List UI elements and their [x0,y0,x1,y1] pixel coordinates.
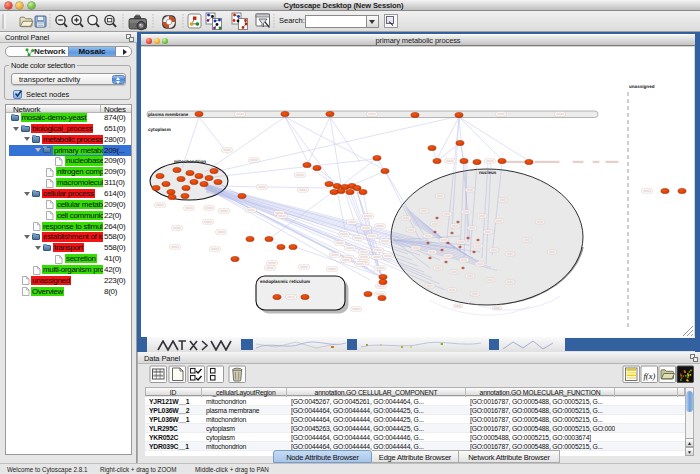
svg-text:nucleus: nucleus [479,170,497,175]
svg-text:unassigned: unassigned [629,84,655,89]
svg-text:endoplasmic reticulum: endoplasmic reticulum [260,279,310,284]
svg-text:f(x): f(x) [644,371,656,381]
svg-text:plasma membrane: plasma membrane [148,112,189,117]
svg-text:mitochondrion: mitochondrion [174,159,206,164]
svg-text:cytoplasm: cytoplasm [148,127,171,132]
